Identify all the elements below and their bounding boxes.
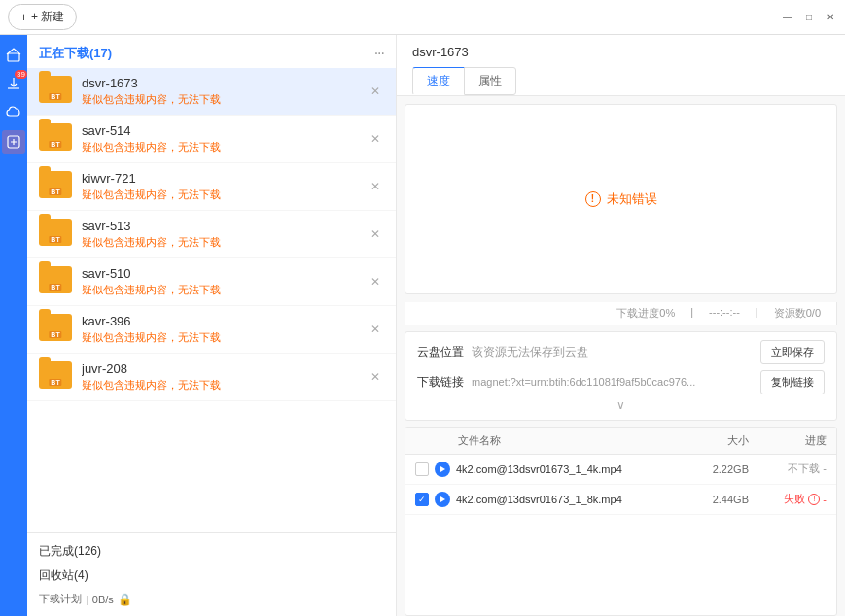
fail-icon: ! xyxy=(808,494,820,505)
item-icon: BT xyxy=(39,123,74,154)
error-text: 未知错误 xyxy=(607,190,657,208)
right-header: dsvr-1673 速度属性 xyxy=(397,35,845,96)
cloud-section: 云盘位置 该资源无法保存到云盘 立即保存 下载链接 magnet:?xt=urn… xyxy=(405,331,837,421)
download-item[interactable]: BT kiwvr-721 疑似包含违规内容，无法下载 ✕ xyxy=(27,163,396,211)
link-label: 下载链接 xyxy=(417,374,464,391)
item-close-button[interactable]: ✕ xyxy=(367,321,384,338)
completed-section[interactable]: 已完成(126) xyxy=(39,539,384,564)
item-close-button[interactable]: ✕ xyxy=(367,225,384,243)
speed-value: 0B/s xyxy=(92,594,114,605)
item-close-button[interactable]: ✕ xyxy=(367,83,384,100)
header-size: 大小 xyxy=(690,433,749,448)
folder-icon: BT xyxy=(39,314,72,341)
sidebar-icon-download[interactable]: 39 xyxy=(2,72,25,95)
file-row[interactable]: 4k2.com@13dsvr01673_1_4k.mp4 2.22GB 不下载 … xyxy=(405,455,836,485)
item-name: juvr-208 xyxy=(82,361,367,376)
cloud-value: 该资源无法保存到云盘 xyxy=(472,344,753,360)
sidebar-icon-cloud[interactable] xyxy=(2,101,25,124)
file-checkbox[interactable] xyxy=(415,493,429,506)
header-name: 文件名称 xyxy=(458,433,690,448)
item-status: 疑似包含违规内容，无法下载 xyxy=(82,378,367,393)
item-close-button[interactable]: ✕ xyxy=(367,130,384,148)
play-button[interactable] xyxy=(435,492,450,507)
file-checkbox[interactable] xyxy=(415,462,429,476)
bt-label: BT xyxy=(49,284,61,291)
tab-属性[interactable]: 属性 xyxy=(464,67,516,95)
bt-label: BT xyxy=(49,93,61,100)
download-item[interactable]: BT savr-514 疑似包含违规内容，无法下载 ✕ xyxy=(27,116,396,163)
tab-速度[interactable]: 速度 xyxy=(412,67,465,95)
item-status: 疑似包含违规内容，无法下载 xyxy=(82,188,367,202)
folder-icon: BT xyxy=(39,123,72,151)
file-progress: 不下载 - xyxy=(749,462,827,476)
minimize-button[interactable]: — xyxy=(781,11,794,24)
item-status: 疑似包含违规内容，无法下载 xyxy=(82,235,367,250)
download-item[interactable]: BT dsvr-1673 疑似包含违规内容，无法下载 ✕ xyxy=(27,68,396,116)
right-title: dsvr-1673 xyxy=(412,45,829,59)
bottom-sections: 已完成(126) 回收站(4) 下载计划 | 0B/s 🔒 xyxy=(27,532,396,616)
link-value: magnet:?xt=urn:btih:6dc11081f9af5b0cac97… xyxy=(472,376,753,388)
header-progress: 进度 xyxy=(749,433,827,448)
download-item[interactable]: BT savr-513 疑似包含违规内容，无法下载 ✕ xyxy=(27,211,396,258)
lock-icon: 🔒 xyxy=(118,593,132,606)
speed-divider: | xyxy=(86,594,88,605)
fail-dash: - xyxy=(823,494,827,505)
right-panel: dsvr-1673 速度属性 ! 未知错误 下载进度0% | ---:--:--… xyxy=(397,35,845,616)
left-panel-header: 正在下载(17) ··· xyxy=(27,35,396,68)
progress-info: 下载进度0% | ---:--:-- | 资源数0/0 xyxy=(405,302,837,325)
download-item[interactable]: BT savr-510 疑似包含违规内容，无法下载 ✕ xyxy=(27,258,396,306)
file-size: 2.22GB xyxy=(690,463,749,475)
sidebar-icon-home[interactable] xyxy=(2,43,25,66)
item-status: 疑似包含违规内容，无法下载 xyxy=(82,283,367,297)
progress-label: 下载进度0% xyxy=(616,306,675,321)
preview-area: ! 未知错误 xyxy=(405,104,837,294)
item-close-button[interactable]: ✕ xyxy=(367,273,384,291)
item-info: juvr-208 疑似包含违规内容，无法下载 xyxy=(82,361,367,393)
item-close-button[interactable]: ✕ xyxy=(367,368,384,386)
item-status: 疑似包含违规内容，无法下载 xyxy=(82,92,367,107)
folder-icon: BT xyxy=(39,219,72,246)
tabs: 速度属性 xyxy=(412,67,829,95)
bt-label: BT xyxy=(49,188,61,195)
item-icon: BT xyxy=(39,76,74,107)
close-button[interactable]: ✕ xyxy=(824,11,837,24)
separator2: | xyxy=(756,306,758,321)
error-message: ! 未知错误 xyxy=(585,190,657,208)
item-icon: BT xyxy=(39,171,74,202)
item-icon: BT xyxy=(39,219,74,250)
cloud-label: 云盘位置 xyxy=(417,344,464,360)
file-row[interactable]: 4k2.com@13dsvr01673_1_8k.mp4 2.44GB 失败 !… xyxy=(405,485,836,515)
item-info: kiwvr-721 疑似包含违规内容，无法下载 xyxy=(82,171,367,202)
schedule-label[interactable]: 下载计划 xyxy=(39,592,82,606)
error-icon: ! xyxy=(585,191,601,207)
item-status: 疑似包含违规内容，无法下载 xyxy=(82,140,367,154)
item-info: savr-513 疑似包含违规内容，无法下载 xyxy=(82,219,367,250)
sidebar-icon-red[interactable] xyxy=(2,130,25,154)
new-button[interactable]: + + 新建 xyxy=(8,4,77,30)
item-info: savr-510 疑似包含违规内容，无法下载 xyxy=(82,266,367,297)
save-to-cloud-button[interactable]: 立即保存 xyxy=(760,340,825,364)
new-button-label: + 新建 xyxy=(31,9,64,25)
file-list-header: 文件名称 大小 进度 xyxy=(405,428,836,455)
maximize-button[interactable]: □ xyxy=(802,11,816,24)
play-button[interactable] xyxy=(435,462,450,477)
more-options-button[interactable]: ··· xyxy=(374,45,384,62)
download-list: BT dsvr-1673 疑似包含违规内容，无法下载 ✕ BT savr-514… xyxy=(27,68,396,532)
bt-label: BT xyxy=(49,379,61,386)
trash-section[interactable]: 回收站(4) xyxy=(39,564,384,588)
copy-link-button[interactable]: 复制链接 xyxy=(760,370,825,394)
chevron-down-icon: ∨ xyxy=(616,398,625,412)
item-close-button[interactable]: ✕ xyxy=(367,178,384,195)
expand-row[interactable]: ∨ xyxy=(417,394,825,412)
folder-icon: BT xyxy=(39,266,72,293)
item-info: savr-514 疑似包含违规内容，无法下载 xyxy=(82,123,367,154)
file-list-body: 4k2.com@13dsvr01673_1_4k.mp4 2.22GB 不下载 … xyxy=(405,455,836,515)
item-name: kiwvr-721 xyxy=(82,171,367,186)
link-row: 下载链接 magnet:?xt=urn:btih:6dc11081f9af5b0… xyxy=(417,370,825,394)
file-list-section: 文件名称 大小 进度 4k2.com@13dsvr01673_1_4k.mp4 … xyxy=(405,427,837,617)
download-item[interactable]: BT juvr-208 疑似包含违规内容，无法下载 ✕ xyxy=(27,354,396,401)
file-size: 2.44GB xyxy=(690,494,749,505)
item-name: savr-513 xyxy=(82,219,367,233)
sidebar-icons: 39 xyxy=(0,35,27,616)
download-item[interactable]: BT kavr-396 疑似包含违规内容，无法下载 ✕ xyxy=(27,306,396,354)
